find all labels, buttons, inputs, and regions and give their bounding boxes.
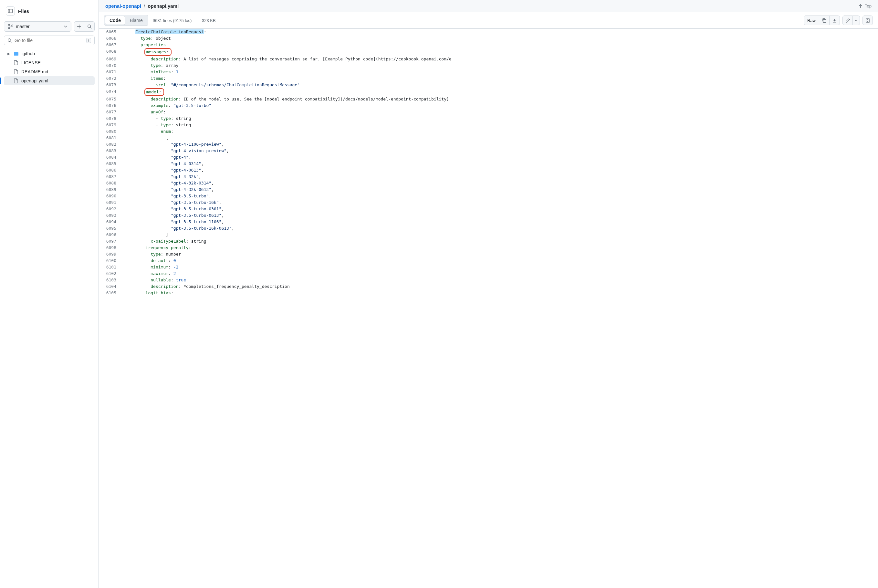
line-number[interactable]: 6070 — [99, 62, 122, 69]
search-button[interactable] — [84, 21, 94, 32]
line-number[interactable]: 6093 — [99, 212, 122, 219]
copy-button[interactable] — [819, 15, 830, 25]
symbols-button[interactable] — [863, 15, 873, 25]
breadcrumb-repo[interactable]: openai-openapi — [105, 3, 141, 9]
line-number[interactable]: 6076 — [99, 102, 122, 109]
line-number[interactable]: 6072 — [99, 75, 122, 82]
line-number[interactable]: 6101 — [99, 264, 122, 270]
line-number[interactable]: 6099 — [99, 251, 122, 258]
code-line[interactable]: 6093 "gpt-3.5-turbo-0613", — [99, 212, 878, 219]
line-number[interactable]: 6067 — [99, 42, 122, 48]
line-number[interactable]: 6090 — [99, 193, 122, 200]
line-number[interactable]: 6087 — [99, 174, 122, 180]
line-number[interactable]: 6097 — [99, 238, 122, 244]
code-line[interactable]: 6102 maximum: 2 — [99, 270, 878, 277]
line-number[interactable]: 6084 — [99, 154, 122, 160]
code-line[interactable]: 6091 "gpt-3.5-turbo-16k", — [99, 200, 878, 206]
code-line[interactable]: 6097 x-oaiTypeLabel: string — [99, 238, 878, 244]
code-line[interactable]: 6079 - type: string — [99, 122, 878, 128]
line-number[interactable]: 6094 — [99, 219, 122, 225]
line-number[interactable]: 6091 — [99, 200, 122, 206]
line-number[interactable]: 6098 — [99, 244, 122, 251]
line-number[interactable]: 6105 — [99, 290, 122, 296]
raw-button[interactable]: Raw — [804, 15, 819, 25]
line-number[interactable]: 6085 — [99, 160, 122, 167]
code-line[interactable]: 6104 description: *completions_frequency… — [99, 284, 878, 290]
line-number[interactable]: 6068 — [99, 48, 122, 56]
scroll-top-button[interactable]: Top — [858, 3, 872, 8]
branch-select[interactable]: master — [4, 21, 71, 32]
sidebar-toggle-icon[interactable] — [6, 6, 15, 15]
code-line[interactable]: 6086 "gpt-4-0613", — [99, 167, 878, 174]
line-number[interactable]: 6071 — [99, 69, 122, 75]
line-number[interactable]: 6096 — [99, 232, 122, 238]
line-number[interactable]: 6086 — [99, 167, 122, 174]
line-number[interactable]: 6083 — [99, 148, 122, 154]
line-number[interactable]: 6074 — [99, 88, 122, 96]
line-number[interactable]: 6103 — [99, 277, 122, 284]
code-line[interactable]: 6084 "gpt-4", — [99, 154, 878, 160]
edit-button[interactable] — [842, 15, 853, 25]
tree-item-LICENSE[interactable]: LICENSE — [4, 58, 94, 67]
code-line[interactable]: 6066 type: object — [99, 35, 878, 42]
code-line[interactable]: 6074 model: — [99, 88, 878, 96]
edit-menu-button[interactable] — [853, 15, 860, 25]
line-number[interactable]: 6081 — [99, 135, 122, 141]
line-number[interactable]: 6078 — [99, 116, 122, 122]
code-line[interactable]: 6070 type: array — [99, 62, 878, 69]
code-line[interactable]: 6092 "gpt-3.5-turbo-0301", — [99, 206, 878, 212]
file-filter[interactable]: t — [4, 36, 94, 45]
line-number[interactable]: 6065 — [99, 29, 122, 35]
line-number[interactable]: 6095 — [99, 225, 122, 232]
code-line[interactable]: 6100 default: 0 — [99, 258, 878, 264]
code-line[interactable]: 6099 type: number — [99, 251, 878, 258]
code-view[interactable]: 6065 CreateChatCompletionRequest:6066 ty… — [99, 29, 878, 588]
code-line[interactable]: 6071 minItems: 1 — [99, 69, 878, 75]
code-line[interactable]: 6069 description: A list of messages com… — [99, 56, 878, 62]
code-line[interactable]: 6089 "gpt-4-32k-0613", — [99, 186, 878, 193]
line-number[interactable]: 6079 — [99, 122, 122, 128]
code-line[interactable]: 6101 minimum: -2 — [99, 264, 878, 270]
line-number[interactable]: 6088 — [99, 180, 122, 186]
code-line[interactable]: 6065 CreateChatCompletionRequest: — [99, 29, 878, 35]
line-number[interactable]: 6100 — [99, 258, 122, 264]
line-number[interactable]: 6104 — [99, 284, 122, 290]
code-line[interactable]: 6095 "gpt-3.5-turbo-16k-0613", — [99, 225, 878, 232]
tree-item--github[interactable]: ▶.github — [4, 49, 94, 58]
code-line[interactable]: 6088 "gpt-4-32k-0314", — [99, 180, 878, 186]
code-line[interactable]: 6087 "gpt-4-32k", — [99, 174, 878, 180]
code-line[interactable]: 6081 [ — [99, 135, 878, 141]
download-button[interactable] — [830, 15, 840, 25]
code-line[interactable]: 6090 "gpt-3.5-turbo", — [99, 193, 878, 200]
line-number[interactable]: 6092 — [99, 206, 122, 212]
add-file-button[interactable] — [74, 21, 84, 32]
line-number[interactable]: 6082 — [99, 141, 122, 148]
line-number[interactable]: 6066 — [99, 35, 122, 42]
line-number[interactable]: 6075 — [99, 96, 122, 102]
code-line[interactable]: 6075 description: ID of the model to use… — [99, 96, 878, 102]
file-filter-input[interactable] — [15, 38, 84, 43]
tree-item-README-md[interactable]: README.md — [4, 67, 94, 76]
code-line[interactable]: 6073 $ref: "#/components/schemas/ChatCom… — [99, 82, 878, 88]
code-line[interactable]: 6078 - type: string — [99, 116, 878, 122]
code-line[interactable]: 6094 "gpt-3.5-turbo-1106", — [99, 219, 878, 225]
code-line[interactable]: 6096 ] — [99, 232, 878, 238]
code-line[interactable]: 6067 properties: — [99, 42, 878, 48]
line-number[interactable]: 6080 — [99, 128, 122, 135]
code-line[interactable]: 6076 example: "gpt-3.5-turbo" — [99, 102, 878, 109]
tab-code[interactable]: Code — [105, 16, 125, 25]
code-line[interactable]: 6098 frequency_penalty: — [99, 244, 878, 251]
line-number[interactable]: 6069 — [99, 56, 122, 62]
code-line[interactable]: 6072 items: — [99, 75, 878, 82]
code-line[interactable]: 6085 "gpt-4-0314", — [99, 160, 878, 167]
code-line[interactable]: 6105 logit_bias: — [99, 290, 878, 296]
tree-item-openapi-yaml[interactable]: openapi.yaml — [4, 76, 94, 85]
code-line[interactable]: 6083 "gpt-4-vision-preview", — [99, 148, 878, 154]
code-line[interactable]: 6077 anyOf: — [99, 109, 878, 116]
code-line[interactable]: 6082 "gpt-4-1106-preview", — [99, 141, 878, 148]
line-number[interactable]: 6102 — [99, 270, 122, 277]
line-number[interactable]: 6073 — [99, 82, 122, 88]
code-line[interactable]: 6080 enum: — [99, 128, 878, 135]
code-line[interactable]: 6068 messages: — [99, 48, 878, 56]
code-line[interactable]: 6103 nullable: true — [99, 277, 878, 284]
